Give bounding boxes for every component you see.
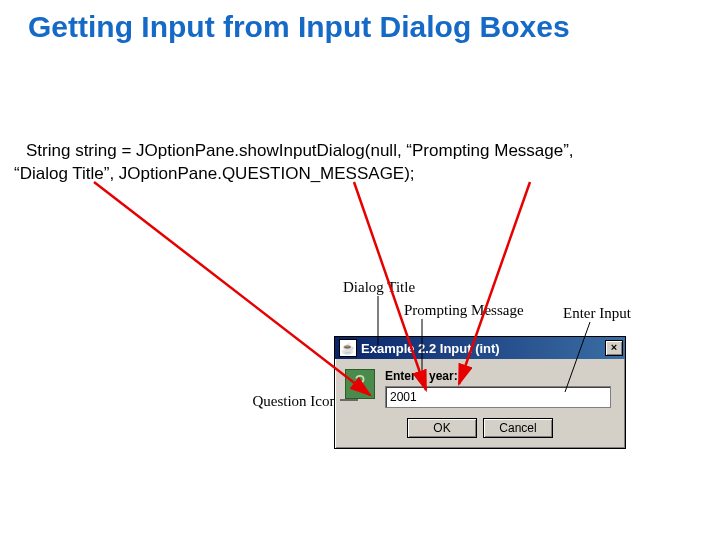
code-line-2: “Dialog Title”, JOptionPane.QUESTION_MES… [14, 164, 415, 183]
close-button[interactable]: × [605, 340, 623, 356]
label-question-icon: Question Icon [252, 393, 337, 410]
ok-button[interactable]: OK [407, 418, 477, 438]
label-dialog-title: Dialog Title [343, 279, 415, 296]
code-snippet: String string = JOptionPane.showInputDia… [26, 140, 680, 186]
arrows-overlay [0, 0, 720, 540]
question-icon [345, 369, 375, 399]
label-enter-input: Enter Input [563, 305, 631, 322]
slide-title: Getting Input from Input Dialog Boxes [28, 8, 680, 46]
input-dialog: ☕ Example 2.2 Input (int) × Enter a year… [334, 336, 626, 449]
dialog-titlebar: ☕ Example 2.2 Input (int) × [335, 337, 625, 359]
label-prompting-message: Prompting Message [404, 302, 524, 319]
dialog-prompt: Enter a year: [385, 369, 615, 383]
cancel-button[interactable]: Cancel [483, 418, 553, 438]
dialog-title-text: Example 2.2 Input (int) [361, 341, 605, 356]
code-line-1: String string = JOptionPane.showInputDia… [26, 141, 574, 160]
year-input[interactable] [385, 386, 611, 408]
svg-line-1 [94, 182, 370, 395]
java-cup-icon: ☕ [339, 339, 357, 357]
svg-point-0 [358, 389, 361, 392]
